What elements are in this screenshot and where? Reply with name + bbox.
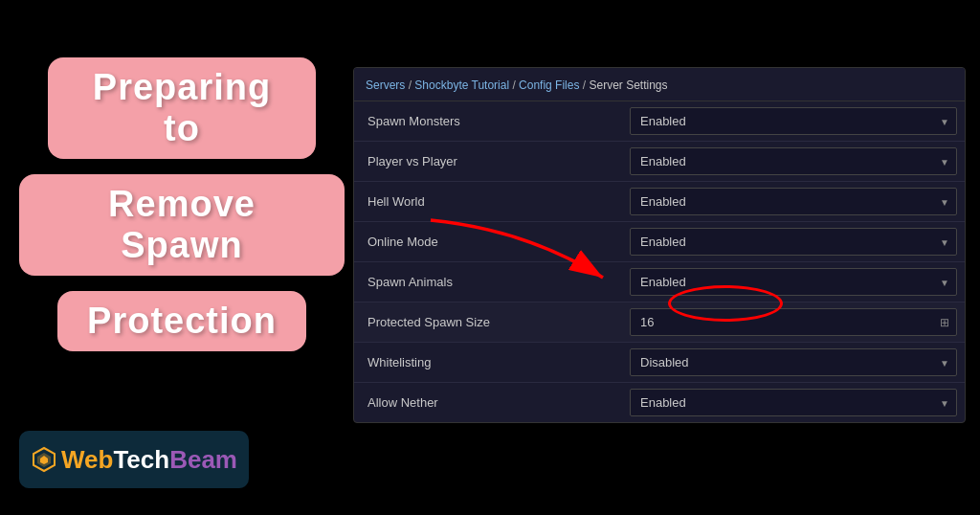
spawn-animals-select[interactable]: Enabled Disabled [630,268,957,296]
table-row: Spawn Monsters Enabled Disabled [354,101,965,142]
select-wrapper-spawn-animals: Enabled Disabled [630,268,957,296]
row-control-online-mode: Enabled Disabled [622,222,965,261]
title-box-3: Protection [57,291,306,351]
online-mode-select[interactable]: Enabled Disabled [630,228,957,256]
row-control-spawn-monsters: Enabled Disabled [622,101,965,141]
logo-tech: Tech [113,445,169,474]
title-box-1: Preparing to [48,57,316,159]
table-row-protected-spawn: Protected Spawn Size ⊞ [354,302,965,343]
title-line-2: Remove Spawn [108,184,256,265]
title-box-2: Remove Spawn [19,174,345,276]
breadcrumb-current: Server Settings [589,78,667,92]
table-row: Online Mode Enabled Disabled [354,222,965,262]
left-panel: Preparing to Remove Spawn Protection [19,57,345,351]
hell-world-select[interactable]: Enabled Disabled [630,188,957,215]
input-icon: ⊞ [940,316,949,329]
server-settings-panel: Servers / Shockbyte Tutorial / Config Fi… [353,67,966,423]
row-control-protected-spawn: ⊞ [622,302,965,342]
row-label-hell-world: Hell World [354,185,622,218]
row-control-allow-nether: Enabled Disabled [622,383,965,422]
row-label-pvp: Player vs Player [354,145,622,178]
select-wrapper-allow-nether: Enabled Disabled [630,389,957,416]
logo-beam: Beam [169,445,237,474]
protected-spawn-size-input[interactable] [630,308,957,336]
pvp-select[interactable]: Enabled Disabled [630,147,957,175]
select-wrapper-spawn-monsters: Enabled Disabled [630,107,957,135]
select-wrapper-pvp: Enabled Disabled [630,147,957,175]
logo-web: Web [61,445,113,474]
input-wrapper-protected-spawn: ⊞ [630,308,957,336]
spawn-monsters-select[interactable]: Enabled Disabled [630,107,957,135]
breadcrumb-servers[interactable]: Servers [366,78,405,92]
breadcrumb-config[interactable]: Config Files [519,78,579,92]
breadcrumb-tutorial[interactable]: Shockbyte Tutorial [414,78,509,92]
table-row: Hell World Enabled Disabled [354,182,965,222]
logo-text: WebTechBeam [61,445,237,475]
select-wrapper-online-mode: Enabled Disabled [630,228,957,256]
table-row: Spawn Animals Enabled Disabled [354,262,965,302]
row-label-protected-spawn: Protected Spawn Size [354,305,622,339]
select-wrapper-hell-world: Enabled Disabled [630,188,957,215]
whitelisting-select[interactable]: Disabled Enabled [630,348,957,376]
row-control-whitelisting: Disabled Enabled [622,343,965,382]
logo-icon [31,446,57,473]
breadcrumb: Servers / Shockbyte Tutorial / Config Fi… [366,78,668,92]
settings-rows-container: Spawn Monsters Enabled Disabled Player v… [354,101,965,422]
table-row: Whitelisting Disabled Enabled [354,343,965,383]
row-label-whitelisting: Whitelisting [354,346,622,379]
breadcrumb-bar: Servers / Shockbyte Tutorial / Config Fi… [354,68,965,101]
table-row: Allow Nether Enabled Disabled [354,383,965,422]
logo: WebTechBeam [19,431,249,488]
select-wrapper-whitelisting: Disabled Enabled [630,348,957,376]
row-control-hell-world: Enabled Disabled [622,182,965,221]
allow-nether-select[interactable]: Enabled Disabled [630,389,957,416]
title-line-1: Preparing to [93,67,271,148]
title-line-3: Protection [87,301,277,341]
row-label-allow-nether: Allow Nether [354,386,622,419]
row-control-spawn-animals: Enabled Disabled [622,262,965,302]
table-row: Player vs Player Enabled Disabled [354,142,965,182]
row-control-pvp: Enabled Disabled [622,142,965,181]
row-label-spawn-animals: Spawn Animals [354,265,622,299]
row-label-online-mode: Online Mode [354,225,622,258]
row-label-spawn-monsters: Spawn Monsters [354,104,622,138]
